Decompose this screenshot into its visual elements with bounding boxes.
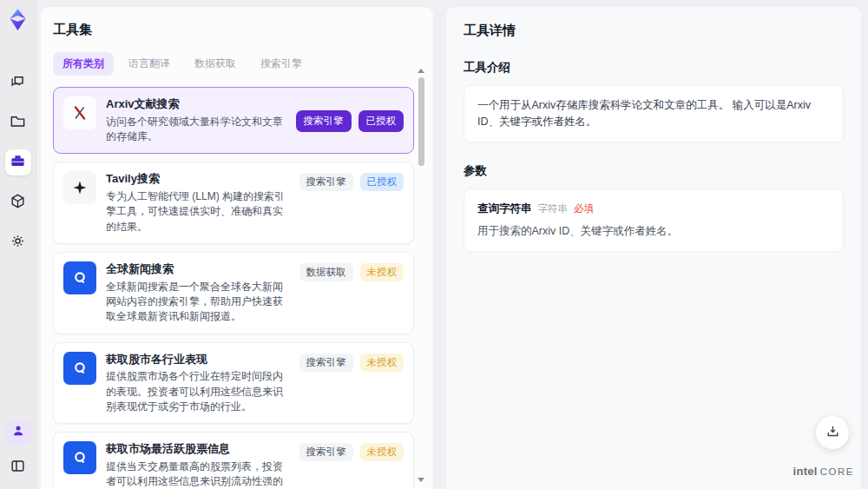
category-badge: 数据获取 [299, 263, 353, 281]
auth-status-badge: 已授权 [358, 110, 404, 132]
news-q-icon [63, 441, 96, 474]
auth-status-badge: 已授权 [360, 173, 404, 191]
cube-icon [10, 193, 26, 213]
gear-icon [10, 233, 26, 253]
tab-search-engine[interactable]: 搜索引擎 [251, 52, 312, 76]
sparkle-icon [63, 171, 96, 204]
tool-list: Arxiv文献搜索 访问各个研究领域大量科学论文和文章的存储库。 搜索引擎 已授… [53, 87, 414, 489]
auth-status-badge: 未授权 [360, 354, 404, 372]
param-box: 查询字符串 字符串 必填 用于搜索的Arxiv ID、关键字或作者姓名。 [464, 188, 844, 253]
download-icon [825, 424, 840, 442]
tool-card-tavily[interactable]: Tavily搜索 专为人工智能代理 (LLM) 构建的搜索引擎工具，可快速提供实… [53, 162, 414, 244]
tool-description: 全球新闻搜索是一个聚合全球各大新闻网站内容的搜索引擎，帮助用户快速获取全球最新资… [106, 280, 290, 325]
tool-name: Arxiv文献搜索 [106, 96, 286, 112]
news-q-icon [63, 261, 96, 294]
sidebar-item-tools[interactable] [5, 149, 31, 175]
category-tabs: 所有类别 语言翻译 数据获取 搜索引擎 [53, 52, 414, 76]
sidebar-item-packages[interactable] [5, 189, 31, 215]
brand-primary: intel [793, 465, 818, 478]
brand-secondary: core [820, 466, 854, 477]
sidebar-bottom [5, 420, 31, 480]
scrollbar-thumb[interactable] [418, 77, 424, 166]
param-description: 用于搜索的Arxiv ID、关键字或作者姓名。 [477, 223, 830, 240]
intro-heading: 工具介绍 [464, 60, 844, 76]
app-logo-icon [6, 8, 30, 31]
tool-name: 获取市场最活跃股票信息 [106, 441, 290, 457]
intro-text: 一个用于从Arxiv存储库搜索科学论文和文章的工具。 输入可以是Arxiv ID… [477, 99, 811, 128]
tool-description: 提供当天交易量最高的股票列表，投资者可以利用这些信息来识别流动性强的股票和潜在的… [106, 459, 290, 489]
category-badge: 搜索引擎 [296, 110, 352, 132]
user-icon [10, 423, 26, 442]
tab-translation[interactable]: 语言翻译 [119, 52, 180, 76]
page-title: 工具集 [53, 22, 414, 38]
scrollbar[interactable] [417, 69, 425, 482]
scroll-up-arrow-icon[interactable] [418, 69, 424, 73]
scroll-down-arrow-icon[interactable] [418, 478, 424, 482]
category-badge: 搜索引擎 [299, 173, 353, 191]
category-badge: 搜索引擎 [299, 443, 353, 461]
chat-icon [10, 73, 26, 93]
sidebar-item-settings[interactable] [5, 229, 31, 255]
intel-core-logo: intel core [793, 465, 854, 478]
auth-status-badge: 未授权 [360, 443, 404, 461]
sidebar-item-chat[interactable] [5, 69, 31, 96]
tool-card-arxiv[interactable]: Arxiv文献搜索 访问各个研究领域大量科学论文和文章的存储库。 搜索引擎 已授… [53, 87, 414, 154]
panel-toggle-icon [10, 458, 26, 478]
param-name: 查询字符串 [477, 201, 532, 217]
folder-icon [10, 113, 26, 133]
sidebar-nav [5, 69, 31, 255]
intro-box: 一个用于从Arxiv存储库搜索科学论文和文章的工具。 输入可以是Arxiv ID… [464, 85, 844, 142]
tool-description: 访问各个研究领域大量科学论文和文章的存储库。 [106, 115, 286, 145]
main-content: 工具集 所有类别 语言翻译 数据获取 搜索引擎 A [36, 0, 868, 489]
param-type: 字符串 [538, 202, 569, 216]
auth-status-badge: 未授权 [360, 263, 404, 281]
briefcase-icon [10, 153, 26, 173]
tool-name: 全球新闻搜索 [106, 261, 290, 277]
tool-detail-panel: 工具详情 工具介绍 一个用于从Arxiv存储库搜索科学论文和文章的工具。 输入可… [446, 7, 861, 489]
tab-all-categories[interactable]: 所有类别 [53, 52, 114, 76]
tool-name: 获取股市各行业表现 [106, 352, 290, 367]
download-button[interactable] [816, 416, 849, 449]
detail-title: 工具详情 [464, 23, 844, 39]
param-required-badge: 必填 [574, 202, 594, 216]
arxiv-icon [63, 96, 96, 129]
sidebar-item-files[interactable] [5, 109, 31, 135]
params-heading: 参数 [464, 163, 844, 179]
tool-card-global-news[interactable]: 全球新闻搜索 全球新闻搜索是一个聚合全球各大新闻网站内容的搜索引擎，帮助用户快速… [53, 252, 414, 334]
app-window: 工具集 所有类别 语言翻译 数据获取 搜索引擎 A [0, 0, 868, 489]
category-badge: 搜索引擎 [299, 354, 353, 372]
tab-data-fetch[interactable]: 数据获取 [185, 52, 246, 76]
sidebar-item-collapse[interactable] [5, 454, 31, 480]
tool-name: Tavily搜索 [106, 171, 290, 187]
sidebar [0, 0, 36, 489]
news-q-icon [63, 352, 96, 385]
tool-list-panel: 工具集 所有类别 语言翻译 数据获取 搜索引擎 A [41, 7, 433, 489]
sidebar-item-profile[interactable] [5, 420, 31, 446]
tool-description: 专为人工智能代理 (LLM) 构建的搜索引擎工具，可快速提供实时、准确和真实的结… [106, 189, 290, 235]
tool-card-most-active-stocks[interactable]: 获取市场最活跃股票信息 提供当天交易量最高的股票列表，投资者可以利用这些信息来识… [53, 432, 414, 489]
tool-description: 提供股票市场各个行业在特定时间段内的表现。投资者可以利用这些信息来识别表现优于或… [106, 369, 290, 414]
tool-card-sector-performance[interactable]: 获取股市各行业表现 提供股票市场各个行业在特定时间段内的表现。投资者可以利用这些… [53, 342, 414, 425]
